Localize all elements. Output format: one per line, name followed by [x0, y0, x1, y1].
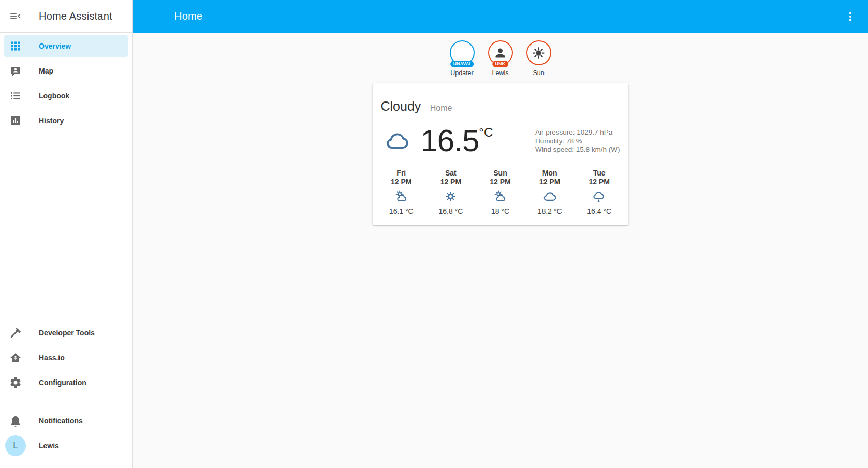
list-icon — [9, 90, 22, 102]
page-title: Home — [174, 10, 202, 22]
apps-grid-icon — [9, 40, 22, 52]
home-assistant-app: Home Assistant Overview Map Logbook Hist… — [0, 0, 868, 468]
sidebar-bottom: Developer Tools Hass.io Configuration No… — [0, 320, 132, 468]
sunny-icon — [444, 189, 458, 203]
forecast-row: Fri 12 PM 16.1 °C Sat 12 PM 16.8 °C Sun … — [373, 156, 628, 225]
badge-lewis[interactable]: UNK Lewis — [484, 40, 517, 77]
bell-icon — [9, 415, 22, 427]
cloudy-icon — [543, 189, 557, 203]
forecast-temp: 16.8 °C — [426, 207, 475, 215]
account-location-icon — [9, 65, 22, 77]
sidebar-item-configuration[interactable]: Configuration — [4, 370, 128, 395]
app-title: Home Assistant — [39, 10, 112, 22]
bar-chart-icon — [9, 114, 22, 127]
badge-circle — [526, 40, 551, 65]
forecast-col-sun: Sun 12 PM 18 °C — [476, 169, 524, 215]
forecast-temp: 18 °C — [476, 207, 524, 215]
avatar: L — [5, 435, 26, 456]
sidebar-divider — [0, 402, 132, 402]
hassio-home-icon — [9, 352, 22, 364]
sidebar-item-label: Hass.io — [39, 354, 65, 362]
sidebar-item-label: Logbook — [39, 92, 69, 100]
cloud-icon — [381, 128, 414, 153]
kebab-menu-icon — [844, 10, 857, 23]
partly-cloudy-icon — [493, 189, 507, 203]
sidebar-item-label: Notifications — [39, 417, 83, 425]
sidebar-item-notifications[interactable]: Notifications — [4, 408, 128, 433]
sidebar-item-logbook[interactable]: Logbook — [4, 85, 128, 107]
main-area: Home UNAVAI Updater UNK — [133, 0, 868, 468]
status-badge: UNAVAI — [450, 61, 474, 68]
temperature-unit: °C — [479, 125, 493, 139]
weather-attributes: Air pressure: 1029.7 hPa Humidity: 78 % … — [535, 127, 620, 154]
current-temperature: 16.5°C — [421, 125, 493, 156]
lovelace-view: UNAVAI Updater UNK Lewis Sun — [133, 33, 868, 468]
forecast-time: 12 PM — [426, 178, 475, 186]
badge-sun[interactable]: Sun — [523, 40, 555, 77]
gear-icon — [9, 376, 22, 389]
sidebar-item-label: Developer Tools — [39, 329, 95, 337]
menu-toggle-icon[interactable] — [9, 10, 22, 22]
sidebar-item-label: Overview — [39, 42, 71, 50]
forecast-day: Sun — [476, 169, 524, 178]
forecast-time: 12 PM — [377, 178, 425, 186]
sidebar-item-developer-tools[interactable]: Developer Tools — [4, 320, 128, 345]
forecast-col-sat: Sat 12 PM 16.8 °C — [426, 169, 475, 215]
top-app-bar: Home — [133, 0, 868, 33]
sidebar: Home Assistant Overview Map Logbook Hist… — [0, 0, 133, 468]
forecast-day: Tue — [575, 169, 624, 178]
forecast-time: 12 PM — [575, 178, 624, 186]
sidebar-item-label: Map — [39, 67, 53, 75]
badges-row: UNAVAI Updater UNK Lewis Sun — [446, 40, 555, 77]
person-icon — [493, 46, 507, 60]
badge-updater[interactable]: UNAVAI Updater — [446, 40, 478, 77]
forecast-col-tue: Tue 12 PM 16.4 °C — [575, 169, 624, 215]
attr-wind-speed: Wind speed: 15.8 km/h (W) — [535, 145, 620, 154]
sidebar-item-label: Configuration — [39, 378, 86, 387]
forecast-col-fri: Fri 12 PM 16.1 °C — [377, 169, 425, 215]
partly-cloudy-icon — [394, 189, 408, 203]
badge-label: Sun — [533, 69, 544, 77]
weather-card-title: Cloudy Home — [373, 83, 628, 114]
forecast-day: Fri — [377, 169, 425, 178]
sidebar-item-overview[interactable]: Overview — [4, 35, 128, 57]
forecast-time: 12 PM — [476, 178, 524, 186]
attr-air-pressure: Air pressure: 1029.7 hPa — [535, 128, 620, 137]
sidebar-nav: Overview Map Logbook History — [0, 33, 132, 131]
status-badge: UNK — [492, 61, 509, 68]
badge-label: Updater — [450, 69, 473, 77]
sidebar-item-hassio[interactable]: Hass.io — [4, 345, 128, 370]
sidebar-item-map[interactable]: Map — [4, 60, 128, 82]
sidebar-item-history[interactable]: History — [4, 110, 128, 131]
forecast-temp: 16.1 °C — [377, 207, 425, 215]
sidebar-header: Home Assistant — [0, 0, 132, 33]
forecast-day: Mon — [525, 169, 574, 178]
rainy-icon — [592, 189, 606, 203]
weather-location: Home — [430, 104, 452, 112]
weather-card[interactable]: Cloudy Home 16.5°C Air pressure: 1029.7 … — [373, 83, 628, 225]
forecast-temp: 16.4 °C — [575, 207, 624, 215]
forecast-temp: 18.2 °C — [525, 207, 574, 215]
hammer-icon — [9, 327, 22, 339]
user-name: Lewis — [39, 442, 59, 450]
badge-circle: UNAVAI — [450, 40, 475, 65]
forecast-col-mon: Mon 12 PM 18.2 °C — [525, 169, 574, 215]
overflow-menu-button[interactable] — [838, 4, 863, 29]
weather-current-row: 16.5°C Air pressure: 1029.7 hPa Humidity… — [373, 114, 628, 156]
weather-state: Cloudy — [381, 99, 421, 113]
badge-circle: UNK — [488, 40, 513, 65]
forecast-time: 12 PM — [525, 178, 574, 186]
forecast-day: Sat — [426, 169, 475, 178]
sun-icon — [532, 46, 546, 60]
sidebar-item-label: History — [39, 116, 64, 125]
attr-humidity: Humidity: 78 % — [535, 137, 620, 146]
badge-label: Lewis — [492, 69, 509, 77]
sidebar-item-user[interactable]: L Lewis — [4, 433, 128, 458]
